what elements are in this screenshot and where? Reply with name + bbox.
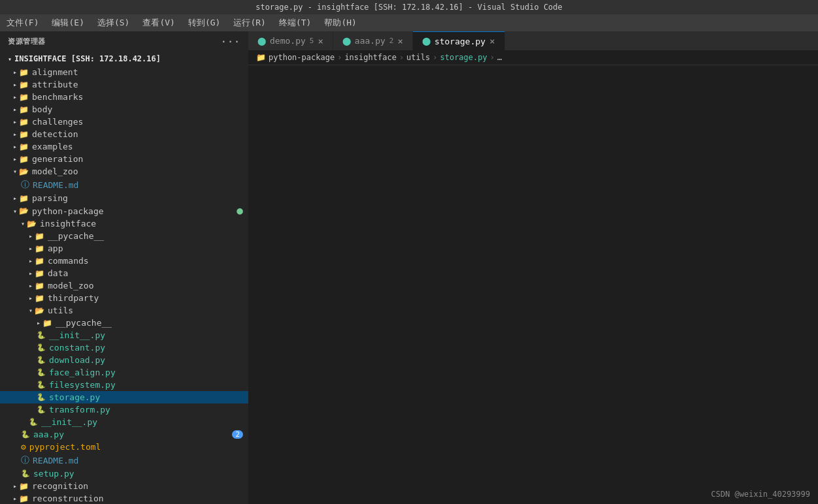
breadcrumb-utils[interactable]: utils: [406, 53, 430, 62]
tab-close-icon[interactable]: ×: [489, 36, 495, 46]
sidebar-item-examples[interactable]: ▸📁examples: [0, 140, 248, 153]
sidebar-item-constant.py[interactable]: 🐍constant.py: [0, 341, 248, 354]
sidebar-item-challenges[interactable]: ▸📁challenges: [0, 116, 248, 128]
menu-file[interactable]: 文件(F): [0, 14, 45, 31]
sidebar-item-__pycache__2[interactable]: ▸📁__pycache__: [0, 317, 248, 329]
menu-run[interactable]: 运行(R): [227, 14, 272, 31]
sidebar-root-label[interactable]: INSIGHTFACE [SSH: 172.18.42.16]: [0, 52, 248, 66]
sidebar-item-__init__py2[interactable]: 🐍__init__.py: [0, 329, 248, 341]
chevron-closed-icon: ▸: [29, 232, 33, 240]
sidebar-item-model_zoo[interactable]: ▾📂model_zoo: [0, 165, 248, 178]
sidebar: 资源管理器 ··· INSIGHTFACE [SSH: 172.18.42.16…: [0, 31, 248, 504]
chevron-icon: [8, 55, 12, 63]
sidebar-item-generation[interactable]: ▸📁generation: [0, 153, 248, 165]
breadcrumb-insightface[interactable]: insightface: [344, 53, 396, 62]
tab-badge: 2: [389, 37, 394, 45]
item-label: README.md: [33, 180, 78, 190]
tab-label: storage.py: [434, 37, 485, 46]
sidebar-item-storage.py[interactable]: 🐍storage.py: [0, 391, 248, 403]
sidebar-item-face_align.py[interactable]: 🐍face_align.py: [0, 366, 248, 379]
chevron-closed-icon: ▸: [13, 69, 17, 76]
sidebar-item-benchmarks[interactable]: ▸📁benchmarks: [0, 91, 248, 103]
main-area: 资源管理器 ··· INSIGHTFACE [SSH: 172.18.42.16…: [0, 31, 818, 504]
item-label: pyproject.toml: [29, 442, 101, 452]
title-text: storage.py - insightface [SSH: 172.18.42…: [255, 3, 563, 12]
toml-file-icon: ⚙: [21, 442, 26, 452]
sidebar-item-commands[interactable]: ▸📁commands: [0, 255, 248, 267]
sidebar-item-python-package[interactable]: ▾📂python-package●: [0, 204, 248, 217]
item-label: python-package: [32, 206, 104, 216]
sidebar-item-pyproject.toml[interactable]: ⚙pyproject.toml: [0, 441, 248, 453]
menu-help[interactable]: 帮助(H): [318, 14, 363, 31]
tab-aaa-py[interactable]: ⬤ aaa.py 2 ×: [333, 31, 413, 50]
md-file-icon: ⓘ: [21, 179, 29, 191]
item-label: utils: [48, 306, 73, 315]
folder-closed-icon: 📁: [35, 257, 44, 266]
chevron-closed-icon: ▸: [13, 81, 17, 88]
sidebar-item-detection[interactable]: ▸📁detection: [0, 128, 248, 140]
code-editor[interactable]: [248, 65, 818, 504]
sidebar-item-body[interactable]: ▸📁body: [0, 103, 248, 116]
sidebar-item-utils[interactable]: ▾📂utils: [0, 304, 248, 317]
sidebar-item-__pycache__[interactable]: ▸📁__pycache__: [0, 230, 248, 242]
sidebar-item-filesystem.py[interactable]: 🐍filesystem.py: [0, 379, 248, 391]
menu-select[interactable]: 选择(S): [91, 14, 136, 31]
chevron-closed-icon: ▸: [13, 106, 17, 113]
md-file-icon: ⓘ: [21, 454, 29, 466]
sidebar-item-data[interactable]: ▸📁data: [0, 267, 248, 279]
item-label: insightface: [40, 219, 96, 228]
breadcrumb-storage-py[interactable]: storage.py: [440, 53, 487, 62]
item-label: model_zoo: [48, 281, 93, 291]
menu-edit[interactable]: 编辑(E): [45, 14, 90, 31]
sidebar-item-model_zoo2[interactable]: ▸📁model_zoo: [0, 279, 248, 292]
sidebar-item-insightface[interactable]: ▾📂insightface: [0, 217, 248, 230]
item-label: examples: [32, 142, 73, 151]
sidebar-item-download.py[interactable]: 🐍download.py: [0, 354, 248, 366]
item-label: setup.py: [33, 469, 74, 479]
folder-closed-icon: 📁: [19, 494, 29, 503]
chevron-closed-icon: ▸: [13, 482, 17, 490]
item-label: recognition: [32, 481, 88, 491]
chevron-closed-icon: ▸: [29, 257, 33, 264]
breadcrumb-more[interactable]: …: [497, 53, 502, 62]
sidebar-item-setup.py[interactable]: 🐍setup.py: [0, 467, 248, 480]
item-label: app: [48, 244, 63, 253]
badge: 2: [232, 430, 243, 439]
menu-terminal[interactable]: 终端(T): [272, 14, 318, 31]
chevron-open-icon: ▾: [29, 307, 33, 314]
sidebar-item-parsing[interactable]: ▸📁parsing: [0, 192, 248, 204]
sidebar-item-README.md[interactable]: ⓘREADME.md: [0, 178, 248, 192]
sidebar-item-attribute[interactable]: ▸📁attribute: [0, 78, 248, 91]
folder-closed-icon: 📁: [19, 80, 29, 89]
title-bar: storage.py - insightface [SSH: 172.18.42…: [0, 0, 818, 14]
sidebar-item-aaa.py[interactable]: 🐍aaa.py2: [0, 428, 248, 441]
folder-closed-icon: 📁: [19, 118, 29, 127]
sidebar-item-recognition[interactable]: ▸📁recognition: [0, 480, 248, 492]
sidebar-item-reconstruction[interactable]: ▸📁reconstruction: [0, 492, 248, 504]
tab-close-icon[interactable]: ×: [397, 36, 402, 46]
item-label: parsing: [32, 193, 68, 203]
py-icon: ⬤: [342, 37, 351, 46]
sidebar-item-transform.py[interactable]: 🐍transform.py: [0, 403, 248, 416]
menu-goto[interactable]: 转到(G): [182, 14, 227, 31]
py-file-icon: 🐍: [29, 418, 38, 426]
chevron-open-icon: ▾: [13, 208, 17, 215]
sidebar-item-thirdparty[interactable]: ▸📁thirdparty: [0, 292, 248, 304]
breadcrumb-folder-icon: 📁: [256, 53, 266, 62]
sidebar-item-README.md2[interactable]: ⓘREADME.md: [0, 453, 248, 467]
chevron-closed-icon: ▸: [29, 294, 33, 302]
menu-view[interactable]: 查看(V): [136, 14, 181, 31]
breadcrumb-python-package[interactable]: python-package: [269, 53, 335, 62]
sidebar-item-__init__py3[interactable]: 🐍__init__.py: [0, 416, 248, 428]
sidebar-item-app[interactable]: ▸📁app: [0, 242, 248, 255]
tab-storage-py[interactable]: ⬤ storage.py ×: [413, 31, 505, 50]
tab-close-icon[interactable]: ×: [318, 36, 323, 46]
sidebar-item-alignment[interactable]: ▸📁alignment: [0, 66, 248, 78]
sidebar-actions-button[interactable]: ···: [221, 35, 240, 48]
item-label: challenges: [32, 117, 83, 127]
tab-demo-py[interactable]: ⬤ demo.py 5 ×: [248, 31, 333, 50]
chevron-closed-icon: ▸: [13, 118, 17, 125]
code-content[interactable]: [276, 65, 818, 504]
folder-open-icon: 📂: [27, 219, 37, 228]
menu-bar: 文件(F) 编辑(E) 选择(S) 查看(V) 转到(G) 运行(R) 终端(T…: [0, 14, 818, 31]
